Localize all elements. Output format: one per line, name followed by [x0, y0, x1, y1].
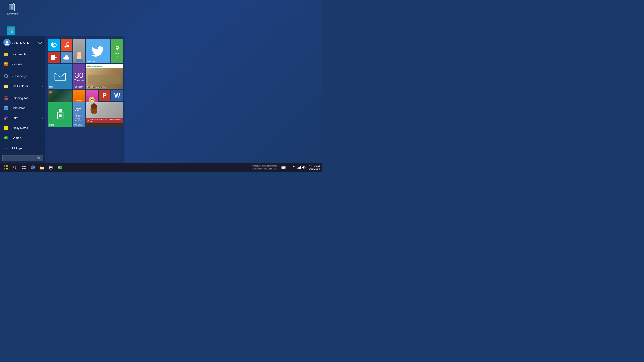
clock-date: 9/30/2014: [309, 168, 320, 170]
all-apps-button[interactable]: → All Apps: [0, 143, 45, 153]
sidebar-item-fileexplorer[interactable]: File Explorer ›: [0, 81, 45, 91]
games-label: Games: [12, 136, 21, 140]
tile-mint[interactable]: mint .com: [111, 39, 123, 63]
calculator-icon: [4, 105, 9, 111]
tiles-row-4: Store 72° Los Angeles Sunny 81°/62° Weat…: [48, 102, 123, 127]
svg-rect-17: [5, 108, 6, 108]
sidebar-item-documents[interactable]: Documents: [0, 49, 45, 59]
notifications-icon[interactable]: ∧: [286, 163, 292, 172]
tile-cloud[interactable]: [61, 52, 72, 63]
tile-article[interactable]: N Innovative ways to teach computers to …: [86, 102, 123, 127]
article-label: Innovative ways to teach computers to ki…: [90, 118, 122, 123]
stickynotes-icon: [4, 125, 9, 130]
tile-word[interactable]: W: [111, 90, 123, 101]
taskbar-store-button[interactable]: [46, 163, 56, 172]
signal-icon: [296, 166, 302, 169]
svg-point-6: [6, 41, 8, 43]
clock-time: 10:24 AM: [309, 165, 320, 168]
volume-icon[interactable]: [302, 163, 306, 172]
svg-point-55: [13, 166, 16, 168]
taskbar-taskview-button[interactable]: [19, 163, 28, 172]
start-menu-tiles: mint.com mint .com: [45, 36, 124, 163]
search-box: 🔍: [0, 153, 45, 163]
svg-rect-60: [24, 168, 26, 169]
tiles-row-2: Mail 30 Tuesday Calendar: [48, 64, 123, 89]
tile-weather[interactable]: 72° Los Angeles Sunny 81°/62° Weather: [73, 102, 85, 127]
svg-rect-54: [58, 109, 62, 112]
svg-rect-65: [50, 167, 52, 168]
weather-range: 81°/62°: [75, 120, 80, 122]
sidebar-item-stickynotes[interactable]: Sticky Notes: [0, 123, 45, 133]
tile-music[interactable]: [61, 39, 72, 51]
fileexplorer-icon: [4, 83, 9, 89]
tile-video[interactable]: [48, 52, 60, 63]
snipping-icon: [4, 95, 9, 101]
user-header[interactable]: Antonio Onio ⏻: [0, 36, 45, 49]
tile-mail[interactable]: Mail: [48, 64, 72, 89]
calculator-label: Calculator: [12, 106, 25, 110]
svg-point-32: [64, 46, 66, 48]
svg-rect-77: [282, 168, 283, 168]
flag-icon[interactable]: [292, 163, 296, 172]
documents-label: Documents: [12, 52, 26, 56]
svg-rect-30: [51, 55, 55, 60]
svg-point-47: [90, 98, 94, 101]
search-input[interactable]: [4, 156, 37, 160]
taskbar-ie-button[interactable]: [28, 163, 37, 172]
taskbar-fileexplorer-button[interactable]: [37, 163, 46, 172]
tile-people[interactable]: [73, 39, 85, 63]
calendar-label: Calendar: [74, 86, 83, 88]
recycle-bin-icon[interactable]: Recycle Bin: [2, 2, 20, 15]
paint-label: Paint: [12, 116, 18, 120]
svg-point-27: [6, 137, 8, 138]
svg-rect-43: [77, 100, 79, 101]
pictures-label: Pictures: [12, 62, 22, 66]
tile-powerpoint[interactable]: P: [99, 90, 110, 101]
tile-calendar[interactable]: 30 Tuesday Calendar: [73, 64, 85, 89]
fileexplorer-label: File Explorer: [12, 84, 28, 88]
svg-point-34: [77, 52, 82, 56]
svg-rect-79: [284, 168, 284, 168]
svg-point-37: [87, 66, 89, 67]
sidebar-item-paint[interactable]: Paint ›: [0, 113, 45, 123]
weather-temp: 72°: [75, 107, 81, 112]
power-button[interactable]: ⏻: [38, 40, 42, 44]
keyboard-icon[interactable]: [280, 163, 286, 172]
svg-rect-59: [22, 168, 24, 169]
tile-skype[interactable]: [48, 39, 60, 51]
svg-line-56: [15, 168, 16, 169]
sidebar-item-pcsettings[interactable]: PC settings: [0, 71, 45, 81]
svg-rect-18: [6, 108, 6, 108]
taskbar-games-button[interactable]: [56, 163, 64, 172]
taskbar-systray: Windows Technical Preview Evaluation cop…: [64, 163, 321, 172]
start-button[interactable]: [1, 163, 10, 172]
clock[interactable]: 10:24 AM 9/30/2014: [309, 165, 320, 170]
sidebar-item-games[interactable]: Games: [0, 133, 45, 143]
tile-tripadvisor[interactable]: tripadvisor Hotel Commonwealth: [86, 64, 123, 89]
watermark-line1: Windows Technical Preview: [252, 164, 278, 168]
svg-rect-16: [5, 106, 8, 107]
sidebar-item-snipping[interactable]: Snipping Tool: [0, 93, 45, 103]
tile-col-2: [61, 39, 72, 63]
sidebar-item-pictures[interactable]: Pictures: [0, 59, 45, 69]
svg-rect-36: [55, 73, 66, 80]
calendar-date: 30: [75, 71, 84, 79]
svg-rect-72: [282, 166, 283, 167]
svg-rect-69: [59, 167, 59, 168]
watermark-line2: Evaluation copy. Build 9841: [252, 168, 278, 170]
svg-point-49: [91, 99, 92, 100]
tile-store[interactable]: Store: [48, 102, 72, 127]
svg-point-7: [5, 44, 9, 45]
chevron-icon: ›: [42, 85, 43, 87]
taskbar-search-button[interactable]: [10, 163, 19, 172]
svg-point-24: [5, 118, 6, 119]
tile-twitter[interactable]: mint.com: [86, 39, 110, 63]
search-icon: 🔍: [37, 156, 41, 160]
paint-chevron-icon: ›: [42, 117, 43, 119]
pictures-icon: [4, 61, 9, 67]
games-icon: [4, 135, 9, 140]
svg-point-40: [90, 66, 90, 66]
sidebar-item-calculator[interactable]: Calculator: [0, 103, 45, 113]
tiles-row-1: mint.com mint .com: [48, 39, 123, 63]
desktop: Recycle Bin Welcome toTech Preview: [0, 0, 322, 172]
